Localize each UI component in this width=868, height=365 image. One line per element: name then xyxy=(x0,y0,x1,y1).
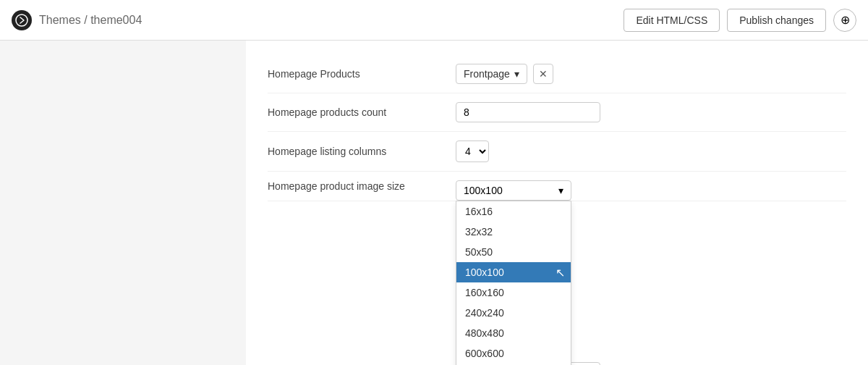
frontpage-dropdown[interactable]: Frontpage ▾ xyxy=(456,64,527,84)
image-size-value: 100x100 xyxy=(464,185,503,196)
form-row-listing-columns: Homepage listing columns 4 1 2 3 5 6 xyxy=(268,132,846,172)
label-image-size: Homepage product image size xyxy=(268,180,456,192)
control-listing-columns: 4 1 2 3 5 6 xyxy=(456,140,846,162)
image-size-wrapper: 100x100 ▾ 16x16 32x32 50x50 100x100 ↖ 16… xyxy=(456,180,571,201)
image-size-dropdown-button[interactable]: 100x100 ▾ xyxy=(456,180,571,201)
fullscreen-icon: ⊕ xyxy=(841,13,850,27)
frontpage-arrow-icon: ▾ xyxy=(514,68,519,80)
cursor-indicator: ↖ xyxy=(556,266,565,280)
image-size-option-32x32[interactable]: 32x32 xyxy=(456,222,571,242)
image-size-option-600x600[interactable]: 600x600 xyxy=(456,343,571,364)
label-homepage-products: Homepage Products xyxy=(268,68,456,80)
frontpage-wrap: Frontpage ▾ ✕ xyxy=(456,64,846,84)
svg-point-0 xyxy=(16,14,27,26)
control-image-size: 100x100 ▾ 16x16 32x32 50x50 100x100 ↖ 16… xyxy=(456,180,846,201)
image-size-option-240x240[interactable]: 240x240 xyxy=(456,303,571,323)
header: Themes / theme004 Edit HTML/CSS Publish … xyxy=(0,0,868,41)
image-size-option-160x160[interactable]: 160x160 xyxy=(456,282,571,303)
listing-columns-select[interactable]: 4 1 2 3 5 6 xyxy=(456,140,489,162)
image-size-dropdown-menu: 16x16 32x32 50x50 100x100 ↖ 160x160 240x… xyxy=(456,201,571,365)
image-size-option-16x16[interactable]: 16x16 xyxy=(456,201,571,222)
control-products-count xyxy=(456,102,846,122)
image-size-option-100x100[interactable]: 100x100 ↖ xyxy=(456,262,571,282)
edit-html-css-button[interactable]: Edit HTML/CSS xyxy=(624,9,720,32)
fullscreen-button[interactable]: ⊕ xyxy=(833,9,856,32)
header-right: Edit HTML/CSS Publish changes ⊕ xyxy=(624,9,856,32)
form-row-image-size: Homepage product image size 100x100 ▾ 16… xyxy=(268,172,846,201)
image-size-option-480x480[interactable]: 480x480 xyxy=(456,323,571,343)
breadcrumb-theme: theme004 xyxy=(90,14,142,26)
image-size-arrow-icon: ▾ xyxy=(558,185,563,196)
label-listing-columns: Homepage listing columns xyxy=(268,146,456,157)
publish-changes-button[interactable]: Publish changes xyxy=(727,9,826,32)
form-row-homepage-products: Homepage Products Frontpage ▾ ✕ xyxy=(268,55,846,93)
header-left: Themes / theme004 xyxy=(12,10,142,30)
close-icon: ✕ xyxy=(539,68,548,80)
breadcrumb-themes[interactable]: Themes xyxy=(39,14,81,26)
logo-icon xyxy=(12,10,32,30)
breadcrumb-sep: / xyxy=(81,14,90,26)
clear-frontpage-button[interactable]: ✕ xyxy=(533,64,553,84)
breadcrumb: Themes / theme004 xyxy=(39,14,142,27)
control-homepage-products: Frontpage ▾ ✕ xyxy=(456,64,846,84)
image-size-option-50x50[interactable]: 50x50 xyxy=(456,242,571,262)
sidebar xyxy=(0,41,246,365)
main: Homepage Products Frontpage ▾ ✕ Homepage… xyxy=(0,41,868,365)
settings-panel: Homepage Products Frontpage ▾ ✕ Homepage… xyxy=(246,41,868,365)
products-count-input[interactable] xyxy=(456,102,600,122)
label-products-count: Homepage products count xyxy=(268,106,456,118)
frontpage-label: Frontpage xyxy=(464,68,510,80)
form-row-products-count: Homepage products count xyxy=(268,93,846,132)
